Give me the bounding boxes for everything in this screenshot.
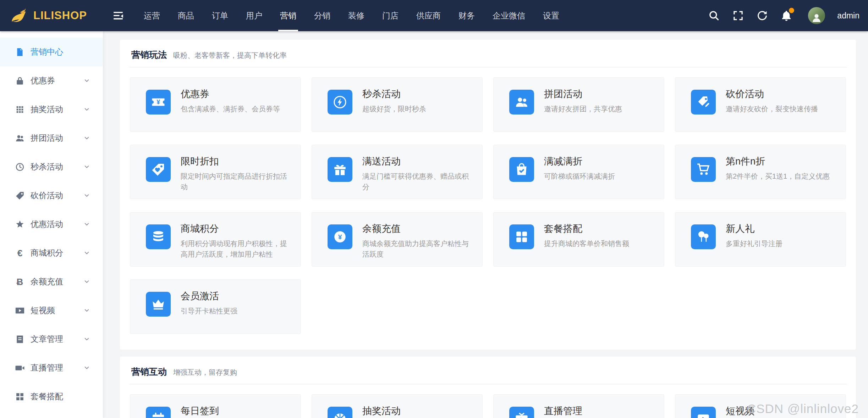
feature-card-text: 会员激活 引导开卡粘性更强 [181, 290, 237, 316]
sidebar-menu: 营销中心 优惠券 抽奖活动 拼团活动 秒杀活动 砍价活动 优惠活动 [0, 31, 103, 418]
chevron-down-icon [83, 250, 90, 256]
camera-icon [15, 363, 25, 373]
feature-card[interactable]: 直播管理 [493, 394, 664, 418]
feature-card[interactable]: 砍价活动 邀请好友砍价，裂变快速传播 [675, 77, 846, 132]
article-icon [15, 334, 25, 344]
feature-card[interactable]: 限时折扣 限定时间内可指定商品进行折扣活动 [130, 145, 301, 199]
chevron-down-icon [83, 221, 90, 228]
feature-card[interactable]: 满减满折 可阶梯或循环满减满折 [493, 145, 664, 199]
feature-card-title: 会员激活 [181, 290, 237, 302]
calendar-icon [146, 407, 171, 418]
feature-card[interactable]: ¥ 优惠券 包含满减券、满折券、会员券等 [130, 77, 301, 132]
section-header: 营销玩法 吸粉、老客带新客，提高下单转化率 [129, 40, 847, 67]
feature-card-desc: 第2件半价，买1送1，自定义优惠 [726, 171, 830, 182]
chevron-down-icon [83, 192, 90, 199]
svg-text:¥: ¥ [338, 233, 342, 241]
content-sections: 营销玩法 吸粉、老客带新客，提高下单转化率 ¥ 优惠券 包含满减券、满折券、会员… [103, 31, 868, 418]
feature-card[interactable]: 每日签到 用户每日签到领取多种奖励，增加用户活跃度 [130, 394, 301, 418]
top-nav: 运营 商品 订单 用户 营销 分销 装修 门店 供应商 财务 企业微信 设置 [135, 0, 568, 31]
topbar-action[interactable] [780, 10, 792, 22]
feature-card-title: 秒杀活动 [362, 88, 426, 100]
sidebar-item[interactable]: 营销中心 [0, 38, 103, 66]
sidebar-item[interactable]: 优惠活动 [0, 210, 103, 239]
sidebar-item-label: 优惠活动 [31, 219, 63, 230]
feature-card[interactable]: 商城积分 利用积分调动现有用户积极性，提高用户活跃度，增加用户粘性 [130, 212, 301, 267]
feature-card[interactable]: 套餐搭配 提升商城的客单价和销售额 [493, 212, 664, 267]
apps-icon [15, 392, 25, 402]
logo-text: LILISHOP [33, 9, 87, 22]
sidebar-item[interactable]: 短视频 [0, 296, 103, 325]
logo[interactable]: LILISHOP [0, 0, 103, 31]
sidebar-item[interactable]: 优惠券 [0, 66, 103, 95]
sidebar-item[interactable]: 秒杀活动 [0, 152, 103, 181]
feature-card-title: 满减满折 [544, 155, 615, 168]
user-avatar[interactable] [808, 7, 825, 24]
gift-icon [328, 157, 352, 182]
topbar-action[interactable] [756, 10, 768, 22]
top-nav-item[interactable]: 运营 [135, 0, 169, 31]
feature-card[interactable]: 抽奖活动 [312, 394, 483, 418]
sidebar-item[interactable]: 抽奖活动 [0, 95, 103, 124]
topbar-action[interactable] [732, 10, 744, 22]
top-nav-item[interactable]: 财务 [450, 0, 484, 31]
top-nav-item-label: 门店 [382, 10, 399, 21]
bird-logo-icon [9, 6, 29, 26]
balloon-icon [691, 224, 716, 249]
top-nav-item[interactable]: 门店 [373, 0, 407, 31]
sidebar-item-label: 商城积分 [31, 247, 63, 258]
feature-card[interactable]: 会员激活 引导开卡粘性更强 [130, 279, 301, 334]
top-nav-item[interactable]: 装修 [339, 0, 373, 31]
feature-card-text: 满减满折 可阶梯或循环满减满折 [544, 155, 615, 182]
feature-card-title: 直播管理 [544, 405, 582, 417]
topbar-actions: admin [708, 7, 868, 24]
username[interactable]: admin [837, 11, 859, 21]
section-header: 营销互动 增强互动，留存复购 [129, 357, 847, 384]
feature-card-text: 限时折扣 限定时间内可指定商品进行折扣活动 [181, 155, 292, 192]
points-icon [146, 224, 171, 249]
sidebar-item-label: 拼团活动 [31, 133, 63, 144]
bag-check-icon [509, 157, 534, 182]
top-nav-item[interactable]: 企业微信 [484, 0, 534, 31]
feature-card[interactable]: 秒杀活动 超级好货，限时秒杀 [312, 77, 483, 132]
feature-card-text: 优惠券 包含满减券、满折券、会员券等 [181, 88, 280, 114]
feature-card-desc: 包含满减券、满折券、会员券等 [181, 104, 280, 114]
live-icon [509, 407, 534, 418]
bargain-icon [691, 90, 716, 115]
feature-card-text: 砍价活动 邀请好友砍价，裂变快速传播 [726, 88, 818, 114]
sidebar-item-label: 优惠券 [31, 75, 55, 86]
sidebar-item[interactable]: Ƀ 余额充值 [0, 267, 103, 296]
grid-icon [15, 105, 25, 115]
feature-card[interactable]: 满送活动 满足门槛可获得优惠券、赠品或积分 [312, 145, 483, 199]
feature-card[interactable]: 新人礼 多重好礼引导注册 [675, 212, 846, 267]
top-nav-item[interactable]: 订单 [203, 0, 237, 31]
top-nav-item[interactable]: 商品 [169, 0, 203, 31]
top-nav-item[interactable]: 分销 [305, 0, 339, 31]
sidebar-item-label: 直播管理 [31, 362, 63, 373]
top-nav-item[interactable]: 营销 [271, 0, 305, 31]
pricetag-icon [15, 191, 25, 201]
sidebar-item[interactable]: € 商城积分 [0, 239, 103, 267]
fullscreen-icon [732, 10, 744, 22]
top-nav-item-label: 订单 [212, 10, 228, 21]
feature-card[interactable]: ¥ 余额充值 商城余额充值助力提高客户粘性与活跃度 [312, 212, 483, 267]
top-nav-item-label: 供应商 [416, 10, 441, 21]
top-nav-item[interactable]: 用户 [237, 0, 271, 31]
top-nav-item[interactable]: 设置 [534, 0, 568, 31]
top-nav-item-label: 设置 [543, 10, 559, 21]
sidebar-item-label: 文章管理 [31, 334, 63, 345]
feature-card-title: 抽奖活动 [362, 405, 401, 417]
feature-card[interactable]: 拼团活动 邀请好友拼团，共享优惠 [493, 77, 664, 132]
sidebar-item[interactable]: 直播管理 [0, 353, 103, 382]
feature-card-text: 抽奖活动 [362, 405, 401, 418]
group-icon [509, 90, 534, 115]
sidebar-item[interactable]: 套餐搭配 [0, 382, 103, 411]
sidebar-item[interactable]: 文章管理 [0, 325, 103, 353]
menu-fold-icon[interactable] [112, 10, 124, 22]
top-nav-item[interactable]: 供应商 [407, 0, 450, 31]
topbar-action[interactable] [708, 10, 720, 22]
sidebar-item[interactable]: 拼团活动 [0, 124, 103, 152]
feature-card-desc: 提升商城的客单价和销售额 [544, 238, 629, 249]
feature-card[interactable]: 第n件n折 第2件半价，买1送1，自定义优惠 [675, 145, 846, 199]
sidebar-item[interactable]: 砍价活动 [0, 181, 103, 210]
chevron-down-icon [83, 106, 90, 113]
